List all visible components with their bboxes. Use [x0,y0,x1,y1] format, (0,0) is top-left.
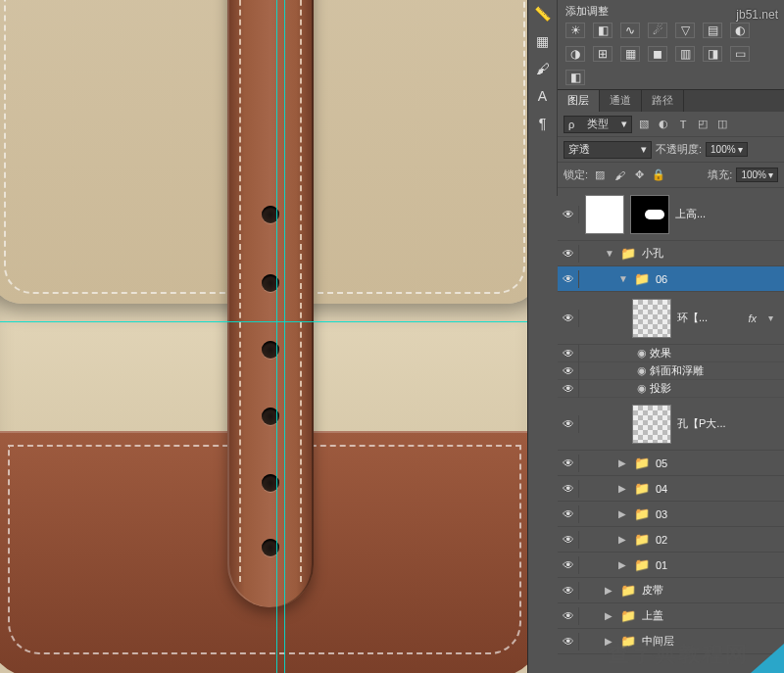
visibility-toggle-icon[interactable]: 👁 [562,556,579,574]
visibility-toggle-icon[interactable]: 👁 [562,206,579,223]
filter-type-icon[interactable]: T [675,117,691,132]
filter-pixel-icon[interactable]: ▧ [636,117,652,132]
layer-thumbnail[interactable] [585,195,624,234]
ruler-tool-icon[interactable]: 📏 [534,6,551,24]
adj-photo-filter-icon[interactable]: ◑ [565,46,585,62]
disclosure-triangle-icon[interactable]: ▶ [618,483,628,494]
disclosure-triangle-icon[interactable]: ▶ [618,508,628,519]
layer-name-label: 02 [656,534,667,546]
document-canvas[interactable] [0,0,527,673]
visibility-toggle-icon[interactable]: 👁 [562,633,579,650]
note-tool-icon[interactable]: ▦ [536,33,549,51]
layer-name-label: 06 [656,273,667,285]
adjustments-panel: 添加调整 ☀ ◧ ∿ ☄ ▽ ▤ ◐ ◑ ⊞ ▦ ◼ ▥ ◨ ▭ ◧ [558,0,784,90]
filter-adjust-icon[interactable]: ◐ [656,117,671,132]
layer-item-hole[interactable]: 👁 孔【P大... [558,398,784,451]
adj-levels-icon[interactable]: ◧ [593,23,612,38]
visibility-toggle-icon[interactable]: 👁 [562,505,579,523]
effects-label: 效果 [650,346,671,361]
effect-drop-shadow[interactable]: 👁 ◉ 投影 [558,380,784,398]
visibility-toggle-icon[interactable]: 👁 [562,310,579,327]
layer-group-01[interactable]: 👁 ▶ 📁 01 [558,553,784,578]
layer-group-03[interactable]: 👁 ▶ 📁 03 [558,502,784,527]
layer-group-04[interactable]: 👁 ▶ 📁 04 [558,476,784,502]
tab-paths[interactable]: 路径 [642,90,684,112]
guide-vertical[interactable] [284,0,285,673]
layer-item-ring[interactable]: 👁 环【... fx ▾ [558,292,784,345]
disclosure-triangle-icon[interactable]: ▶ [618,534,628,545]
lock-transparency-icon[interactable]: ▨ [592,168,608,183]
visibility-toggle-icon[interactable]: 👁 [562,362,579,380]
adj-brightness-icon[interactable]: ☀ [565,23,585,38]
layer-kind-filter[interactable]: ρ 类型 ▾ [564,116,632,133]
visibility-toggle-icon[interactable]: 👁 [562,531,579,549]
lock-pixels-icon[interactable]: 🖌 [612,168,627,183]
adj-channel-mixer-icon[interactable]: ⊞ [593,46,612,62]
panel-tab-bar: 图层 通道 路径 [558,90,784,112]
filter-smart-icon[interactable]: ◫ [714,117,730,132]
filter-shape-icon[interactable]: ◰ [695,117,710,132]
effect-bevel-emboss[interactable]: 👁 ◉ 斜面和浮雕 [558,362,784,380]
layer-name-label: 小孔 [642,246,663,261]
visibility-toggle-icon[interactable]: 👁 [562,607,579,625]
adj-lookup-icon[interactable]: ▦ [620,46,640,62]
visibility-toggle-icon[interactable]: 👁 [562,380,579,398]
folder-icon: 📁 [634,481,650,496]
layer-group-05[interactable]: 👁 ▶ 📁 05 [558,451,784,476]
visibility-toggle-icon[interactable]: 👁 [562,480,579,498]
effect-name-label: 斜面和浮雕 [650,363,704,378]
disclosure-triangle-icon[interactable]: ▾ [768,312,778,323]
opacity-value-input[interactable]: 100% ▾ [706,142,748,157]
effects-header[interactable]: 👁 ◉ 效果 [558,345,784,362]
layer-group-02[interactable]: 👁 ▶ 📁 02 [558,527,784,553]
guide-vertical[interactable] [276,0,277,673]
adj-vibrance-icon[interactable]: ▽ [675,23,695,38]
adj-selective-icon[interactable]: ◧ [565,70,585,85]
filter-kind-label: 类型 [587,117,609,131]
adj-gradient-map-icon[interactable]: ▭ [730,46,750,62]
disclosure-triangle-icon[interactable]: ▶ [618,457,628,468]
layer-group-belt[interactable]: 👁 ▶ 📁 皮带 [558,578,784,603]
visibility-toggle-icon[interactable]: 👁 [562,270,579,288]
layer-name-label: 03 [656,508,667,520]
paragraph-tool-icon[interactable]: ¶ [539,116,547,133]
tab-layers[interactable]: 图层 [558,90,600,112]
disclosure-triangle-icon[interactable]: ▶ [605,636,614,647]
adj-hue-icon[interactable]: ▤ [703,23,722,38]
tab-channels[interactable]: 通道 [600,90,642,112]
layer-tree[interactable]: 👁 上高... 👁 ▼ 📁 小孔 👁 ▼ 📁 06 👁 [558,188,784,673]
brush-tool-icon[interactable]: 🖌 [536,61,550,78]
layer-name-label: 上高... [675,207,706,221]
adj-exposure-icon[interactable]: ☄ [648,23,667,38]
disclosure-triangle-icon[interactable]: ▶ [605,610,614,621]
layer-group-holes[interactable]: 👁 ▼ 📁 小孔 [558,241,784,266]
adj-curves-icon[interactable]: ∿ [620,23,640,38]
visibility-toggle-icon[interactable]: 👁 [562,582,579,600]
disclosure-triangle-icon[interactable]: ▶ [618,559,628,570]
disclosure-triangle-icon[interactable]: ▼ [605,248,614,259]
layer-thumbnail[interactable] [632,299,671,338]
layer-group-06[interactable]: 👁 ▼ 📁 06 [558,266,784,292]
visibility-toggle-icon[interactable]: 👁 [562,415,579,433]
visibility-toggle-icon[interactable]: 👁 [562,455,579,472]
fill-value-input[interactable]: 100% ▾ [736,168,778,182]
adj-bw-icon[interactable]: ◐ [730,23,750,38]
visibility-toggle-icon[interactable]: 👁 [562,245,579,263]
disclosure-triangle-icon[interactable]: ▼ [618,273,628,284]
disclosure-triangle-icon[interactable]: ▶ [605,585,614,596]
layer-group-top-cover[interactable]: 👁 ▶ 📁 上盖 [558,603,784,629]
lock-position-icon[interactable]: ✥ [631,168,647,183]
layer-mask-thumbnail[interactable] [630,195,669,234]
blend-mode-dropdown[interactable]: 穿透 ▾ [564,141,652,159]
lock-all-icon[interactable]: 🔒 [651,168,666,183]
layer-thumbnail[interactable] [632,405,671,444]
adj-posterize-icon[interactable]: ▥ [675,46,695,62]
filter-prefix: ρ [568,119,574,130]
adj-threshold-icon[interactable]: ◨ [703,46,722,62]
text-tool-icon[interactable]: A [538,88,547,106]
layer-item-top-highlight[interactable]: 👁 上高... [558,188,784,241]
fx-indicator[interactable]: fx [748,312,762,324]
guide-horizontal[interactable] [0,321,527,322]
visibility-toggle-icon[interactable]: 👁 [562,345,579,362]
adj-invert-icon[interactable]: ◼ [648,46,667,62]
